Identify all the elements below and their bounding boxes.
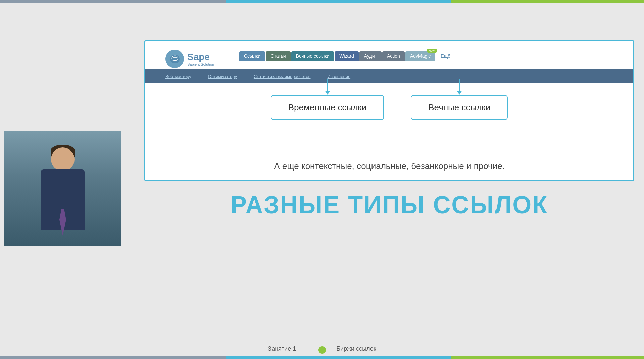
arrow-head-2: [457, 91, 462, 95]
arrow-line-1: [327, 79, 328, 91]
progress-topic: Биржи ссылок: [336, 345, 376, 352]
nav-item-eternal[interactable]: Вечные ссылки: [291, 51, 334, 61]
person-head: [51, 147, 75, 171]
bottom-bar-green: [451, 356, 644, 359]
bottom-text-area: А еще контекстные, социальные, безанкорн…: [145, 152, 633, 180]
arrow-line-2: [459, 79, 460, 91]
temp-links-box: Временные ссылки: [271, 95, 384, 120]
nav-item-links[interactable]: Ссылки: [239, 51, 265, 61]
new-badge: New!: [427, 49, 437, 53]
brain-svg: [169, 53, 181, 65]
presenter-video: [4, 131, 121, 246]
nav-item-wizard[interactable]: Wizard: [335, 51, 359, 61]
bottom-bar-blue: [226, 356, 451, 359]
sub-nav-webmaster[interactable]: Веб-мастеру: [165, 74, 191, 79]
nav-item-more[interactable]: Ещё: [436, 51, 455, 61]
nav-item-audit[interactable]: Аудит: [359, 51, 382, 61]
sape-text-group: Sape Sapient Solution: [187, 52, 214, 66]
sub-nav-statistics[interactable]: Статистика взаиморасчетов: [254, 74, 311, 79]
arrow-head-1: [325, 91, 330, 95]
arrow-eternal: [457, 79, 462, 95]
progress-lesson: Занятие 1: [268, 345, 296, 352]
bottom-text: А еще контекстные, социальные, безанкорн…: [274, 161, 505, 171]
sape-subtitle: Sapient Solution: [187, 62, 214, 66]
top-bar-gray: [0, 0, 226, 3]
sape-logo: Sape Sapient Solution: [165, 50, 214, 68]
nav-item-articles[interactable]: Статьи: [266, 51, 290, 61]
bottom-bar-gray: [0, 356, 226, 359]
arrow-temp: [325, 79, 330, 95]
nav-item-action[interactable]: Action: [382, 51, 405, 61]
content-area: Временные ссылки Вечные ссылки: [145, 88, 633, 120]
person-body: [41, 169, 85, 230]
sub-nav-bar: Веб-мастеру Оптимизатору Статистика взаи…: [145, 69, 633, 83]
sub-nav-notifications[interactable]: Извещения: [328, 74, 351, 79]
presenter-figure: [4, 131, 121, 246]
sape-brain-icon: [165, 50, 184, 68]
eternal-links-box: Вечные ссылки: [411, 95, 508, 120]
slide-title: РАЗНЫЕ ТИПЫ ССЫЛОК: [144, 191, 634, 219]
top-bar-blue: [226, 0, 451, 3]
progress-area: Занятие 1 Биржи ссылок: [0, 345, 644, 352]
sape-title: Sape: [187, 52, 214, 62]
top-bar: [0, 0, 644, 3]
top-bar-green: [451, 0, 644, 3]
nav-bar: Ссылки Статьи Вечные ссылки Wizard Аудит…: [239, 51, 455, 61]
person-tie: [59, 209, 66, 236]
sub-nav-optimizer[interactable]: Оптимизатору: [208, 74, 237, 79]
slide-box: Sape Sapient Solution Ссылки Статьи Вечн…: [144, 40, 634, 181]
bottom-bar: [0, 356, 644, 359]
nav-item-advmagic[interactable]: AdvMagic New!: [405, 51, 435, 61]
slide-container: Sape Sapient Solution Ссылки Статьи Вечн…: [144, 40, 634, 261]
